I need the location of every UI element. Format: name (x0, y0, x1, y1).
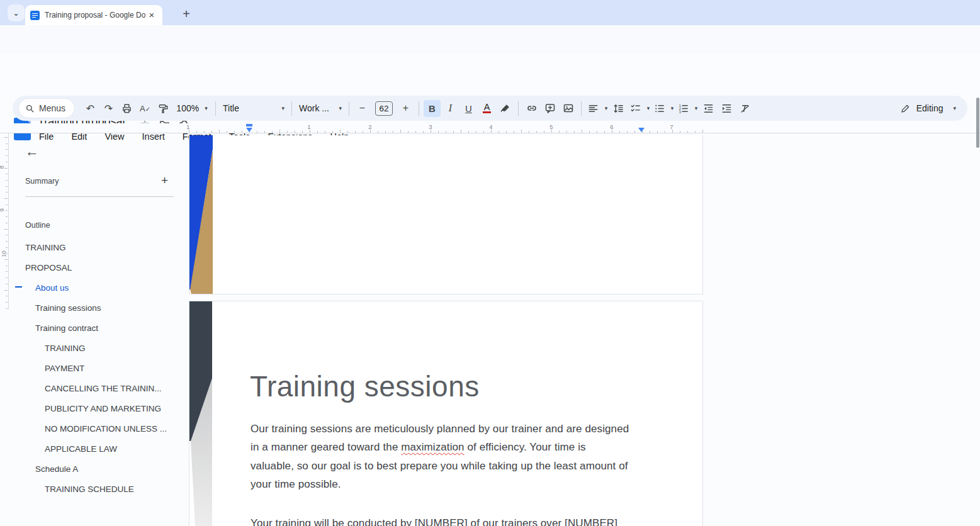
increase-font-size-button[interactable]: + (397, 100, 414, 117)
active-item-dash (15, 286, 22, 288)
scrollbar-thumb[interactable] (976, 98, 979, 148)
decrease-indent-button[interactable] (700, 100, 717, 117)
search-icon (25, 104, 35, 113)
page2-decoration (189, 301, 213, 526)
outline-item-training-contract[interactable]: Training contract (35, 323, 98, 333)
right-indent-marker[interactable] (638, 128, 645, 132)
browser-toolbar: ← → ⟳ docs.google.com/document/d/1fH_n6h… (0, 25, 980, 54)
outline-item-training-sessions[interactable]: Training sessions (35, 303, 101, 313)
highlighter-icon (500, 103, 511, 114)
underline-button[interactable]: U (460, 100, 477, 117)
paragraph-1[interactable]: Our training sessions are meticulously p… (251, 420, 631, 493)
menus-search-button[interactable]: Menus (19, 99, 74, 118)
chevron-down-icon: ▾ (282, 105, 285, 111)
browser-tab[interactable]: Training proposal - Google Doc × (25, 5, 162, 25)
outline-item-about-us[interactable]: About us (35, 283, 69, 293)
ruler-number: 10 (0, 250, 7, 257)
browser-tab-strip: ⌄ Training proposal - Google Doc × + (0, 0, 980, 25)
sidebar-divider (25, 196, 174, 197)
ruler-number: 7 (670, 123, 673, 130)
add-comment-button[interactable] (541, 100, 558, 117)
outline-item-publicity[interactable]: PUBLICITY AND MARKETING (45, 404, 161, 414)
summary-label: Summary (25, 177, 59, 186)
checklist-icon (629, 103, 641, 115)
clear-formatting-button[interactable] (736, 100, 753, 117)
bold-button[interactable]: B (424, 100, 441, 117)
ruler-number: 6 (610, 123, 613, 130)
outline-item-training[interactable]: TRAINING (25, 243, 66, 253)
paragraph-2[interactable]: Your training will be conducted by [NUMB… (251, 514, 653, 526)
spellcheck-button[interactable]: A✓ (137, 100, 154, 117)
undo-button[interactable]: ↶ (82, 100, 99, 117)
outline-label: Outline (25, 221, 50, 230)
redo-button[interactable]: ↷ (100, 100, 117, 117)
spellcheck-icon: A✓ (140, 104, 150, 113)
mode-select[interactable]: Editing ▾ (895, 103, 961, 114)
chevron-down-icon: ▾ (205, 105, 208, 111)
align-button[interactable]: ▾ (586, 100, 609, 117)
close-outline-icon[interactable]: ← (25, 143, 39, 160)
clear-formatting-icon (739, 103, 751, 115)
ruler-number: 8 (0, 165, 5, 169)
mode-label: Editing (916, 103, 943, 113)
highlight-color-button[interactable] (497, 100, 514, 117)
style-value: Title (223, 103, 239, 113)
section-heading[interactable]: Training sessions (250, 369, 480, 403)
insert-link-button[interactable] (523, 100, 540, 117)
ruler-number: 2 (368, 123, 371, 130)
tab-close-icon[interactable]: × (146, 9, 157, 21)
outline-item-training-sub[interactable]: TRAINING (45, 344, 86, 354)
vertical-ruler: 8 9 10 (0, 133, 9, 310)
line-spacing-button[interactable] (610, 100, 627, 117)
bulleted-list-button[interactable]: ▾ (652, 100, 675, 117)
chevron-down-icon: ▾ (647, 105, 650, 111)
outline-item-payment[interactable]: PAYMENT (45, 364, 84, 374)
increase-indent-button[interactable] (718, 100, 735, 117)
document-page-1[interactable] (189, 135, 703, 294)
svg-text:3: 3 (679, 110, 681, 114)
pencil-icon (900, 103, 911, 114)
outline-item-applicable-law[interactable]: APPLICABLE LAW (45, 444, 117, 454)
screen: ⌄ Training proposal - Google Doc × + ← →… (0, 0, 980, 526)
decrease-font-size-button[interactable]: − (354, 100, 371, 117)
chevron-down-icon: ▾ (953, 105, 956, 111)
outdent-icon (702, 103, 714, 115)
checklist-button[interactable]: ▾ (628, 100, 651, 117)
outline-item-no-modification[interactable]: NO MODIFICATION UNLESS ... (45, 424, 167, 434)
paragraph-style-select[interactable]: Title ▾ (220, 100, 287, 117)
numbered-list-button[interactable]: 1 2 3 ▾ (676, 100, 699, 117)
first-line-indent-marker[interactable] (246, 124, 252, 126)
printer-icon (121, 103, 133, 115)
font-select[interactable]: Work ... ▾ (296, 100, 344, 117)
italic-button[interactable]: I (442, 100, 459, 117)
new-tab-button[interactable]: + (177, 5, 195, 23)
ruler-number: 9 (0, 208, 5, 211)
outline-item-proposal[interactable]: PROPOSAL (25, 263, 72, 273)
paint-format-button[interactable] (155, 100, 172, 117)
tab-title: Training proposal - Google Doc (45, 11, 145, 20)
indent-icon (721, 103, 733, 115)
document-page-2[interactable]: Training sessions Our training sessions … (189, 301, 703, 526)
outline-sidebar: ← Summary + Outline TRAINING PROPOSAL Ab… (9, 133, 179, 526)
chevron-down-icon: ▾ (671, 105, 674, 111)
insert-image-button[interactable] (560, 100, 577, 117)
tab-search-chevron-button[interactable]: ⌄ (8, 4, 25, 21)
font-size-input[interactable]: 62 (375, 101, 393, 116)
numbered-list-icon: 1 2 3 (677, 103, 689, 115)
page1-decoration (189, 135, 213, 294)
outline-item-schedule-a[interactable]: Schedule A (35, 464, 78, 474)
print-button[interactable] (118, 100, 135, 117)
line-spacing-icon (612, 103, 624, 115)
add-summary-button[interactable]: + (161, 174, 168, 187)
misspelled-word: maximization (401, 441, 464, 453)
outline-item-training-schedule[interactable]: TRAINING SCHEDULE (45, 484, 134, 495)
outline-item-cancelling[interactable]: CANCELLING THE TRAININ... (45, 384, 162, 394)
chevron-down-icon: ▾ (695, 105, 698, 111)
zoom-select[interactable]: 100% ▾ (173, 100, 211, 117)
link-icon (526, 102, 538, 115)
left-indent-marker[interactable] (246, 128, 252, 132)
ruler-number: 4 (489, 123, 492, 130)
chevron-down-icon: ⌄ (13, 9, 19, 18)
text-color-button[interactable]: A (478, 100, 495, 117)
docs-favicon-icon (30, 11, 40, 20)
